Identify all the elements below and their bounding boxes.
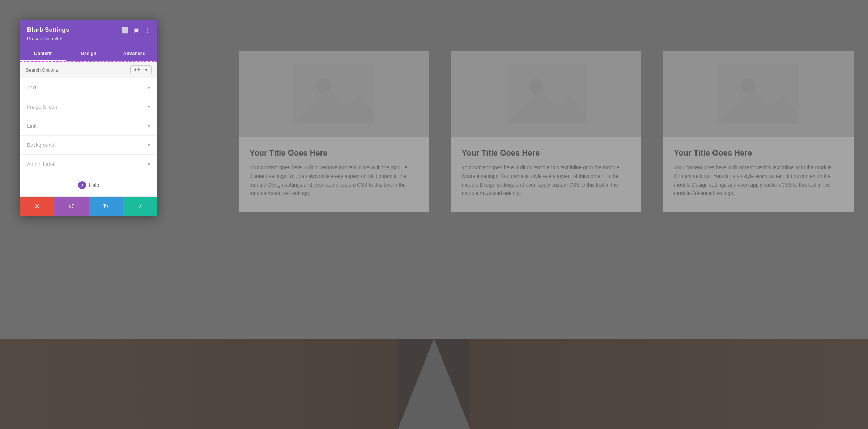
- panel-search: + Filter: [20, 62, 157, 78]
- tab-design[interactable]: Design: [66, 46, 112, 61]
- save-button[interactable]: ✓: [123, 197, 157, 216]
- blurb-title-1: Your Title Goes Here: [250, 148, 418, 158]
- more-icon[interactable]: ⋮: [144, 27, 150, 34]
- accordion-text-label: Text: [27, 85, 37, 90]
- blurb-title-3: Your Title Goes Here: [674, 148, 843, 158]
- blurb-content-1: Your Title Goes Here Your content goes h…: [239, 137, 429, 212]
- blurb-text-2: Your content goes here. Edit or remove t…: [462, 163, 631, 198]
- blurb-image-2: [451, 51, 642, 137]
- help-label: Help: [89, 182, 99, 188]
- blurb-text-1: Your content goes here. Edit or remove t…: [250, 163, 418, 198]
- filter-label: + Filter: [134, 67, 148, 72]
- chevron-down-icon: ▾: [148, 85, 150, 90]
- blurb-image-1: [239, 51, 429, 137]
- preset-chevron: ▾: [60, 36, 62, 41]
- chevron-down-icon: ▾: [148, 123, 150, 129]
- filter-button[interactable]: + Filter: [130, 65, 152, 74]
- accordion-admin-label-label: Admin Label: [27, 161, 55, 167]
- help-icon: ?: [78, 181, 86, 189]
- panel-preset[interactable]: Preset: Default ▾: [27, 36, 150, 41]
- bottom-right: [470, 339, 868, 429]
- panel-title-row: Blurb Settings ⬜ ▣ ⋮: [27, 26, 150, 34]
- tab-advanced[interactable]: Advanced: [111, 46, 157, 61]
- placeholder-image-icon: [267, 64, 401, 124]
- blurb-text-3: Your content goes here. Edit or remove t…: [674, 163, 843, 198]
- blurb-card-3: Your Title Goes Here Your content goes h…: [663, 51, 854, 212]
- accordion-link-label: Link: [27, 123, 37, 129]
- tab-content[interactable]: Content: [20, 46, 66, 61]
- svg-point-4: [529, 78, 543, 93]
- panel-tabs: Content Design Advanced: [20, 46, 157, 62]
- panel-header-icons: ⬜ ▣ ⋮: [122, 27, 150, 34]
- blurb-card-2: Your Title Goes Here Your content goes h…: [451, 51, 642, 212]
- accordion-image-icon-header[interactable]: Image & Icon ▾: [20, 97, 157, 116]
- placeholder-image-icon: [480, 64, 613, 124]
- panel-title: Blurb Settings: [27, 26, 69, 34]
- redo-icon: ↻: [103, 203, 109, 211]
- panel-footer: ✕ ↺ ↻ ✓: [20, 196, 157, 216]
- blurb-content-3: Your Title Goes Here Your content goes h…: [663, 137, 854, 212]
- panel-header: Blurb Settings ⬜ ▣ ⋮ Preset: Default ▾: [20, 20, 157, 46]
- accordion-link-header[interactable]: Link ▾: [20, 116, 157, 135]
- settings-panel: Blurb Settings ⬜ ▣ ⋮ Preset: Default ▾ C…: [20, 20, 157, 216]
- accordion-background-header[interactable]: Background ▾: [20, 136, 157, 154]
- undo-icon: ↺: [69, 203, 74, 211]
- accordion-link: Link ▾: [20, 116, 157, 136]
- undo-button[interactable]: ↺: [54, 197, 89, 216]
- chevron-down-icon: ▾: [148, 142, 150, 148]
- accordion-image-icon-label: Image & Icon: [27, 104, 57, 110]
- accordion-admin-label-header[interactable]: Admin Label ▾: [20, 155, 157, 174]
- accordion-background: Background ▾: [20, 136, 157, 155]
- blurb-card-1: Your Title Goes Here Your content goes h…: [239, 51, 429, 212]
- blurb-image-3: [663, 51, 854, 137]
- preset-label: Preset: Default: [27, 36, 58, 41]
- cancel-icon: ✕: [34, 203, 40, 211]
- check-icon: ✓: [137, 203, 143, 211]
- placeholder-image-icon: [692, 64, 825, 124]
- bottom-left: [0, 339, 398, 429]
- svg-point-7: [741, 78, 756, 93]
- cancel-button[interactable]: ✕: [20, 197, 54, 216]
- bottom-triangle: [398, 339, 470, 429]
- accordion-admin-label: Admin Label ▾: [20, 155, 157, 174]
- panel-help[interactable]: ? Help: [20, 174, 157, 196]
- bottom-section: [0, 339, 868, 429]
- layout-icon[interactable]: ▣: [134, 27, 139, 34]
- blurb-title-2: Your Title Goes Here: [462, 148, 631, 158]
- redo-button[interactable]: ↻: [89, 197, 123, 216]
- accordion-text-header[interactable]: Text ▾: [20, 78, 157, 97]
- svg-point-1: [316, 78, 331, 93]
- expand-icon[interactable]: ⬜: [122, 27, 129, 34]
- accordion-image-icon: Image & Icon ▾: [20, 97, 157, 116]
- search-input[interactable]: [26, 67, 127, 73]
- accordion-background-label: Background: [27, 142, 54, 148]
- chevron-down-icon: ▾: [148, 161, 150, 167]
- accordion-text: Text ▾: [20, 78, 157, 97]
- blurb-content-2: Your Title Goes Here Your content goes h…: [451, 137, 642, 212]
- cards-area: Your Title Goes Here Your content goes h…: [224, 51, 868, 212]
- chevron-down-icon: ▾: [148, 104, 150, 110]
